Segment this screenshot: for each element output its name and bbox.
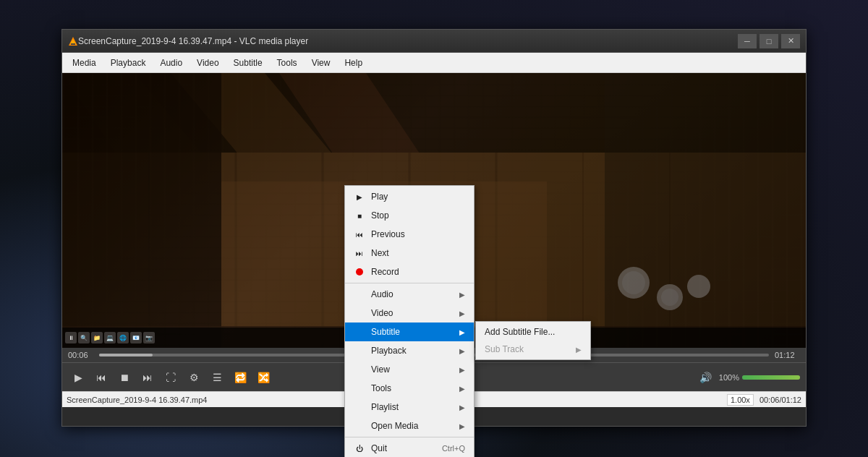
- vlc-icon: [68, 36, 78, 46]
- ctx-open-media-label: Open Media: [371, 421, 454, 431]
- window-title: ScreenCapture_2019-9-4 16.39.47.mp4 - VL…: [78, 36, 738, 46]
- ctx-next-label: Next: [371, 248, 465, 258]
- close-button[interactable]: ✕: [781, 34, 800, 48]
- taskbar-icon-1: ⏸: [65, 332, 77, 343]
- volume-area: 🔊 100%: [696, 367, 800, 388]
- tools-icon: [354, 383, 365, 394]
- ctx-video[interactable]: Video ▶: [345, 304, 474, 323]
- total-time: 01:12: [775, 351, 800, 359]
- svg-rect-17: [605, 73, 806, 348]
- vlc-window: ScreenCapture_2019-9-4 16.39.47.mp4 - VL…: [61, 29, 807, 427]
- ctx-playback[interactable]: Playback ▶: [345, 341, 474, 360]
- record-icon: [354, 266, 365, 278]
- menu-subtitle[interactable]: Subtitle: [226, 53, 270, 72]
- menu-bar: Media Playback Audio Video Subtitle Tool…: [62, 53, 806, 73]
- ctx-record[interactable]: Record: [345, 262, 474, 281]
- random-button[interactable]: 🔀: [253, 367, 273, 388]
- previous-icon: ⏮: [354, 228, 365, 240]
- next-icon: ⏭: [354, 247, 365, 259]
- stop-button[interactable]: ⏹: [114, 367, 135, 388]
- taskbar-icon-3: 📁: [91, 332, 103, 343]
- next-button[interactable]: ⏭: [137, 367, 158, 388]
- current-time: 00:06: [68, 351, 93, 359]
- svg-point-19: [622, 271, 645, 294]
- ctx-separator-1: [345, 283, 474, 283]
- window-controls: ─ □ ✕: [738, 34, 800, 48]
- ctx-video-label: Video: [371, 308, 454, 318]
- ctx-previous[interactable]: ⏮ Previous: [345, 225, 474, 244]
- playlist-arrow-icon: ▶: [459, 403, 465, 411]
- ctx-record-label: Record: [371, 267, 465, 277]
- open-media-icon: [354, 420, 365, 432]
- ctx-audio-label: Audio: [371, 289, 454, 299]
- ctx-subtitle-label: Subtitle: [371, 327, 454, 337]
- ctx-audio[interactable]: Audio ▶: [345, 285, 474, 304]
- taskbar-icon-6: 📧: [130, 332, 142, 343]
- menu-tools[interactable]: Tools: [270, 53, 305, 72]
- minimize-button[interactable]: ─: [738, 34, 757, 48]
- video-ctx-icon: [354, 307, 365, 319]
- subtitle-submenu: Add Subtitle File... Sub Track ▶: [475, 321, 591, 360]
- loop-button[interactable]: 🔁: [230, 367, 250, 388]
- progress-fill: [99, 354, 153, 356]
- title-bar: ScreenCapture_2019-9-4 16.39.47.mp4 - VL…: [62, 30, 806, 53]
- ctx-subtitle[interactable]: Subtitle ▶ Add Subtitle File... Sub Trac…: [345, 323, 474, 341]
- ctx-playlist-label: Playlist: [371, 402, 454, 412]
- svg-rect-2: [71, 43, 75, 45]
- taskbar-icon-5: 🌐: [117, 332, 129, 343]
- taskbar-icon-7: 📷: [143, 332, 155, 343]
- maximize-button[interactable]: □: [760, 34, 778, 48]
- playlist-ctx-icon: [354, 401, 365, 413]
- ctx-quit-label: Quit: [371, 443, 436, 453]
- audio-icon: [354, 289, 365, 300]
- ctx-tools[interactable]: Tools ▶: [345, 379, 474, 398]
- taskbar-icon-2: 🔍: [78, 332, 90, 343]
- playlist-button[interactable]: ☰: [207, 367, 227, 388]
- view-arrow-icon: ▶: [459, 366, 465, 374]
- taskbar-icon-4: 💻: [104, 332, 116, 343]
- subtitle-ctx-icon: [354, 326, 365, 338]
- play-button[interactable]: ▶: [68, 367, 88, 388]
- quit-icon: ⏻: [354, 443, 365, 454]
- ctx-playlist[interactable]: Playlist ▶: [345, 398, 474, 417]
- menu-video[interactable]: Video: [190, 53, 226, 72]
- menu-audio[interactable]: Audio: [153, 53, 190, 72]
- sub-track-arrow-icon: ▶: [576, 346, 582, 354]
- ctx-view-label: View: [371, 364, 454, 375]
- sub-track-label: Sub Track: [485, 344, 524, 354]
- ctx-playback-label: Playback: [371, 346, 454, 356]
- volume-bar[interactable]: [742, 375, 800, 380]
- menu-media[interactable]: Media: [65, 53, 103, 72]
- play-icon: ▶: [354, 191, 365, 202]
- ctx-play-label: Play: [371, 192, 465, 202]
- menu-help[interactable]: Help: [337, 53, 370, 72]
- svg-rect-15: [62, 73, 221, 348]
- menu-playback[interactable]: Playback: [103, 53, 153, 72]
- fullscreen-button[interactable]: ⛶: [161, 367, 181, 388]
- prev-button[interactable]: ⏮: [91, 367, 111, 388]
- ctx-quit[interactable]: ⏻ Quit Ctrl+Q: [345, 439, 474, 457]
- extended-button[interactable]: ⚙: [184, 367, 204, 388]
- svg-point-22: [687, 275, 710, 298]
- stop-icon: ■: [354, 210, 365, 221]
- add-subtitle-label: Add Subtitle File...: [485, 327, 555, 337]
- sub-add-subtitle[interactable]: Add Subtitle File...: [476, 323, 590, 341]
- volume-icon[interactable]: 🔊: [696, 367, 716, 388]
- ctx-play[interactable]: ▶ Play: [345, 187, 474, 206]
- ctx-next[interactable]: ⏭ Next: [345, 244, 474, 262]
- tools-arrow-icon: ▶: [459, 385, 465, 393]
- playback-arrow-icon: ▶: [459, 347, 465, 355]
- ctx-stop[interactable]: ■ Stop: [345, 206, 474, 225]
- open-media-arrow-icon: ▶: [459, 422, 465, 430]
- ctx-view[interactable]: View ▶: [345, 360, 474, 379]
- ctx-previous-label: Previous: [371, 229, 465, 239]
- menu-view[interactable]: View: [305, 53, 338, 72]
- ctx-tools-label: Tools: [371, 383, 454, 393]
- volume-fill: [742, 375, 800, 380]
- video-arrow-icon: ▶: [459, 309, 465, 317]
- ctx-open-media[interactable]: Open Media ▶: [345, 417, 474, 435]
- volume-label: 100%: [719, 373, 739, 382]
- subtitle-arrow-icon: ▶: [459, 328, 465, 336]
- ctx-separator-2: [345, 437, 474, 437]
- sub-track[interactable]: Sub Track ▶: [476, 341, 590, 358]
